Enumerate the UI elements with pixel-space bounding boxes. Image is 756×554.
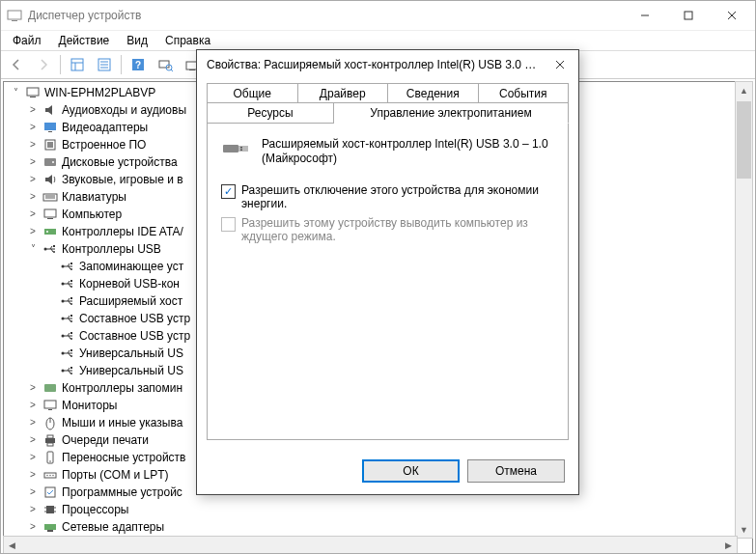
tab-power-management[interactable]: Управление электропитанием xyxy=(334,102,569,124)
scroll-down-arrow[interactable]: ▼ xyxy=(736,521,752,538)
svg-rect-0 xyxy=(8,11,21,19)
menu-action[interactable]: Действие xyxy=(51,32,118,49)
scroll-up-arrow[interactable]: ▲ xyxy=(736,82,752,98)
svg-point-49 xyxy=(70,303,72,305)
vertical-scrollbar[interactable]: ▲ ▼ xyxy=(735,81,753,539)
expand-icon[interactable]: > xyxy=(27,104,39,116)
cancel-button[interactable]: Отмена xyxy=(467,459,565,483)
svg-rect-93 xyxy=(240,147,242,149)
tree-subitem-label: Корневой USB-кон xyxy=(79,275,180,292)
dialog-title: Свойства: Расширяемый хост-контроллер In… xyxy=(207,58,546,71)
expand-icon[interactable]: > xyxy=(27,122,39,133)
tree-item-label: Встроенное ПО xyxy=(62,136,146,153)
svg-rect-50 xyxy=(70,297,72,299)
horizontal-scrollbar[interactable]: ◀ ▶ xyxy=(3,536,738,554)
svg-rect-21 xyxy=(30,97,36,97)
expand-icon[interactable]: > xyxy=(27,469,39,481)
tree-item-label: Сетевые адаптеры xyxy=(62,518,164,536)
expand-icon[interactable]: > xyxy=(27,504,39,515)
expand-icon[interactable]: > xyxy=(27,226,39,237)
expand-icon[interactable]: > xyxy=(27,156,39,168)
usb-icon xyxy=(60,363,75,378)
svg-rect-72 xyxy=(45,438,55,443)
dialog-tabs: Общие Драйвер Сведения События Ресурсы У… xyxy=(207,83,569,440)
keyboard-icon xyxy=(42,189,58,205)
svg-rect-1 xyxy=(12,20,17,21)
svg-point-45 xyxy=(70,286,72,288)
audio-icon xyxy=(42,102,58,118)
svg-rect-81 xyxy=(45,487,55,497)
maximize-button[interactable] xyxy=(666,2,710,29)
svg-rect-46 xyxy=(70,280,72,282)
storage-icon xyxy=(42,380,58,396)
svg-rect-58 xyxy=(70,332,72,334)
scroll-right-arrow[interactable]: ▶ xyxy=(720,537,737,553)
tree-item-label: Видеоадаптеры xyxy=(62,119,148,136)
dialog-close-button[interactable] xyxy=(546,52,574,77)
expand-icon[interactable]: > xyxy=(27,400,39,411)
forward-button[interactable] xyxy=(31,52,56,77)
help-button[interactable]: ? xyxy=(126,52,151,77)
mouse-icon xyxy=(42,415,58,430)
collapse-icon[interactable]: ˅ xyxy=(10,87,21,98)
expand-icon[interactable]: > xyxy=(27,382,39,394)
scroll-left-arrow[interactable]: ◀ xyxy=(4,537,20,553)
tree-item-label: Клавиатуры xyxy=(62,188,126,206)
expand-icon[interactable]: > xyxy=(27,139,39,151)
expand-icon[interactable]: > xyxy=(27,521,39,533)
tab-general[interactable]: Общие xyxy=(207,83,298,103)
software-icon xyxy=(42,485,58,500)
allow-wake-label: Разрешить этому устройству выводить комп… xyxy=(241,216,554,243)
svg-point-76 xyxy=(49,460,51,462)
scan-hardware-button[interactable] xyxy=(153,52,178,77)
close-button[interactable] xyxy=(710,2,753,29)
menu-file[interactable]: Файл xyxy=(5,32,49,49)
dialog-titlebar: Свойства: Расширяемый хост-контроллер In… xyxy=(197,50,578,79)
tree-subitem-label: Расширяемый хост xyxy=(79,292,182,310)
port-icon xyxy=(42,467,58,483)
expand-icon[interactable]: > xyxy=(27,434,39,446)
expand-icon[interactable]: > xyxy=(27,208,39,220)
show-hide-tree-button[interactable] xyxy=(65,52,90,77)
svg-point-61 xyxy=(70,355,72,357)
device-name-label: Расширяемый хост-контроллер Intel(R) USB… xyxy=(262,137,554,166)
expand-icon[interactable]: > xyxy=(27,452,39,463)
expand-icon[interactable]: > xyxy=(27,486,39,498)
tab-details[interactable]: Сведения xyxy=(388,83,479,103)
svg-rect-42 xyxy=(70,263,72,264)
usb-icon xyxy=(60,346,75,361)
tab-driver[interactable]: Драйвер xyxy=(298,83,389,103)
minimize-button[interactable] xyxy=(623,2,666,29)
tree-item-label: Контроллеры IDE ATA/ xyxy=(62,223,183,240)
ide-icon xyxy=(42,224,58,239)
tree-item[interactable]: >Процессоры xyxy=(25,501,752,518)
svg-rect-31 xyxy=(44,209,56,217)
tree-item[interactable]: >Сетевые адаптеры xyxy=(25,518,752,536)
svg-rect-19 xyxy=(189,69,195,70)
tree-item-label: Переносные устройств xyxy=(62,449,186,466)
svg-rect-20 xyxy=(27,88,39,96)
properties-button[interactable] xyxy=(92,52,117,77)
menu-view[interactable]: Вид xyxy=(119,32,155,49)
menu-help[interactable]: Справка xyxy=(157,32,218,49)
printer-icon xyxy=(42,432,58,448)
allow-power-off-checkbox[interactable] xyxy=(221,184,236,199)
svg-rect-23 xyxy=(48,131,52,132)
back-button[interactable] xyxy=(4,52,29,77)
expand-icon[interactable]: > xyxy=(27,174,39,185)
scroll-thumb[interactable] xyxy=(737,101,751,179)
svg-point-41 xyxy=(70,268,72,270)
tab-resources[interactable]: Ресурсы xyxy=(207,102,334,124)
allow-power-off-label: Разрешить отключение этого устройства дл… xyxy=(241,183,554,210)
expand-icon[interactable]: > xyxy=(27,417,39,429)
tab-events[interactable]: События xyxy=(479,83,570,103)
expand-icon[interactable]: ˅ xyxy=(27,243,39,255)
tree-item-label: Аудиовходы и аудиовы xyxy=(62,101,186,119)
usb-icon xyxy=(60,259,75,274)
tree-item-label: Мониторы xyxy=(62,397,117,414)
expand-icon[interactable]: > xyxy=(27,191,39,203)
tree-subitem-label: Универсальный US xyxy=(79,362,183,379)
svg-point-65 xyxy=(70,373,72,374)
ok-button[interactable]: ОК xyxy=(362,459,460,483)
svg-rect-54 xyxy=(70,315,72,317)
